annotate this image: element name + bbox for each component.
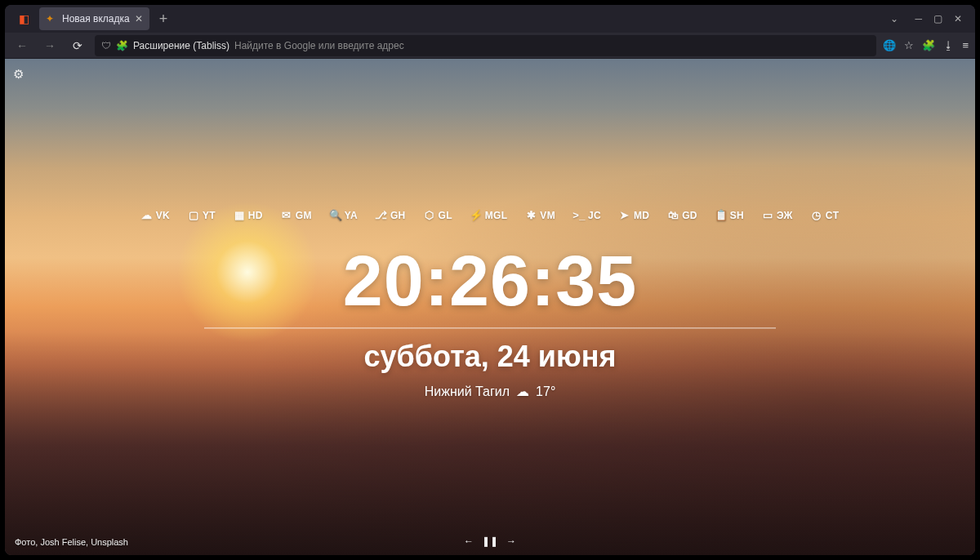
back-button[interactable]: ← — [11, 39, 33, 52]
tab-title: Новая вкладка — [62, 13, 130, 24]
quick-link-label: GL — [439, 210, 452, 221]
shield-icon[interactable]: 🛡 — [101, 40, 111, 51]
menu-icon[interactable]: ≡ — [962, 39, 969, 51]
quick-link-md[interactable]: ➤MD — [619, 209, 649, 221]
minimize-button[interactable]: ─ — [915, 13, 922, 24]
quick-link-hd[interactable]: ▦HD — [234, 209, 263, 221]
quick-link-gm[interactable]: ✉GM — [281, 209, 312, 221]
term-icon: >_ — [573, 209, 585, 221]
extension-icon: 🧩 — [116, 40, 128, 51]
tab-list-chevron-icon[interactable]: ⌄ — [890, 13, 898, 24]
downloads-icon[interactable]: ⭳ — [943, 39, 954, 51]
quick-links-row: ☁VK▢YT▦HD✉GM🔍YA⎇GH⬡GL⚡MGL✱VM>_JC➤MD🛍GD📋S… — [141, 209, 840, 221]
send-icon: ➤ — [619, 209, 630, 221]
quick-link-ct[interactable]: ◷CT — [811, 209, 840, 221]
address-bar[interactable]: 🛡 🧩 Расширение (Tabliss) Найдите в Googl… — [95, 35, 876, 56]
reload-button[interactable]: ⟳ — [67, 39, 88, 52]
quick-link-label: VK — [156, 210, 170, 221]
weather-display: Нижний Тагил ☁ 17° — [425, 384, 556, 399]
photo-credit: Фото, Josh Felise, Unsplash — [15, 537, 128, 547]
quick-link-label: MGL — [485, 210, 508, 221]
slack-icon: ✱ — [525, 209, 537, 221]
close-window-button[interactable]: ✕ — [954, 13, 962, 24]
mail-icon: ✉ — [281, 209, 292, 221]
quick-link-label: GH — [390, 210, 406, 221]
date-display: суббота, 24 июня — [364, 340, 617, 374]
quick-link-label: VM — [540, 210, 555, 221]
close-tab-icon[interactable]: ✕ — [135, 13, 143, 24]
quick-link-label: GM — [296, 210, 312, 221]
quick-link-gd[interactable]: 🛍GD — [667, 209, 697, 221]
maximize-button[interactable]: ▢ — [933, 13, 942, 24]
extensions-icon[interactable]: 🧩 — [922, 39, 935, 51]
bag-icon: 🛍 — [667, 209, 679, 221]
search-icon: 🔍 — [330, 209, 341, 221]
gitlab-icon: ⬡ — [424, 209, 435, 221]
new-tab-button[interactable]: + — [151, 11, 176, 28]
quick-link-label: SH — [730, 210, 744, 221]
clock-icon: ◷ — [811, 209, 822, 221]
tab-overflow: ⌄ — [882, 13, 906, 24]
weather-location: Нижний Тагил — [425, 384, 510, 399]
forward-button[interactable]: → — [39, 39, 60, 52]
clip-icon: 📋 — [715, 209, 727, 221]
cloud-icon: ☁ — [141, 209, 153, 221]
toolbar: ← → ⟳ 🛡 🧩 Расширение (Tabliss) Найдите в… — [5, 33, 975, 59]
quick-link-label: CT — [826, 210, 840, 221]
quick-link-yt[interactable]: ▢YT — [188, 209, 216, 221]
translate-icon[interactable]: 🌐 — [883, 39, 896, 51]
quick-link-label: MD — [634, 210, 649, 221]
quick-link-gh[interactable]: ⎇GH — [376, 209, 406, 221]
quick-link-label: YT — [203, 210, 216, 221]
weather-temp: 17° — [536, 384, 555, 399]
browser-tab[interactable]: ✦ Новая вкладка ✕ — [39, 7, 149, 30]
background-controls: ← ❚❚ → — [464, 536, 516, 547]
pause-background-icon[interactable]: ❚❚ — [482, 536, 498, 547]
prev-background-icon[interactable]: ← — [464, 536, 474, 547]
extension-label: Расширение (Tabliss) — [133, 40, 229, 51]
tab-favicon-icon: ✦ — [46, 13, 57, 24]
quick-link-label: GD — [682, 210, 697, 221]
divider — [204, 327, 776, 328]
clock-display: 20:26:35 — [343, 239, 637, 322]
bookmark-star-icon[interactable]: ☆ — [904, 39, 914, 51]
play-icon: ▢ — [188, 209, 199, 221]
settings-gear-icon[interactable]: ⚙ — [13, 67, 24, 82]
quick-link-label: HD — [248, 210, 263, 221]
bolt-icon: ⚡ — [470, 209, 482, 221]
quick-link-ya[interactable]: 🔍YA — [330, 209, 358, 221]
quick-link-label: YA — [345, 210, 358, 221]
urlbar-placeholder: Найдите в Google или введите адрес — [234, 40, 404, 51]
tab-bar: ◧ ✦ Новая вкладка ✕ + ⌄ ─ ▢ ✕ — [5, 5, 975, 33]
next-background-icon[interactable]: → — [506, 536, 516, 547]
quick-link-mgl[interactable]: ⚡MGL — [470, 209, 508, 221]
quick-link-vk[interactable]: ☁VK — [141, 209, 170, 221]
quick-link-jc[interactable]: >_JC — [573, 209, 601, 221]
book-icon: ▭ — [762, 209, 773, 221]
quick-link-label: ЭЖ — [777, 210, 793, 221]
quick-link-эж[interactable]: ▭ЭЖ — [762, 209, 793, 221]
weather-cloud-icon: ☁ — [516, 384, 529, 399]
quick-link-vm[interactable]: ✱VM — [525, 209, 555, 221]
github-icon: ⎇ — [376, 209, 387, 221]
grid-icon: ▦ — [234, 209, 245, 221]
new-tab-content: ⚙ ☁VK▢YT▦HD✉GM🔍YA⎇GH⬡GL⚡MGL✱VM>_JC➤MD🛍GD… — [5, 59, 975, 555]
quick-link-gl[interactable]: ⬡GL — [424, 209, 452, 221]
quick-link-label: JC — [588, 210, 601, 221]
quick-link-sh[interactable]: 📋SH — [715, 209, 744, 221]
app-icon: ◧ — [15, 10, 33, 28]
